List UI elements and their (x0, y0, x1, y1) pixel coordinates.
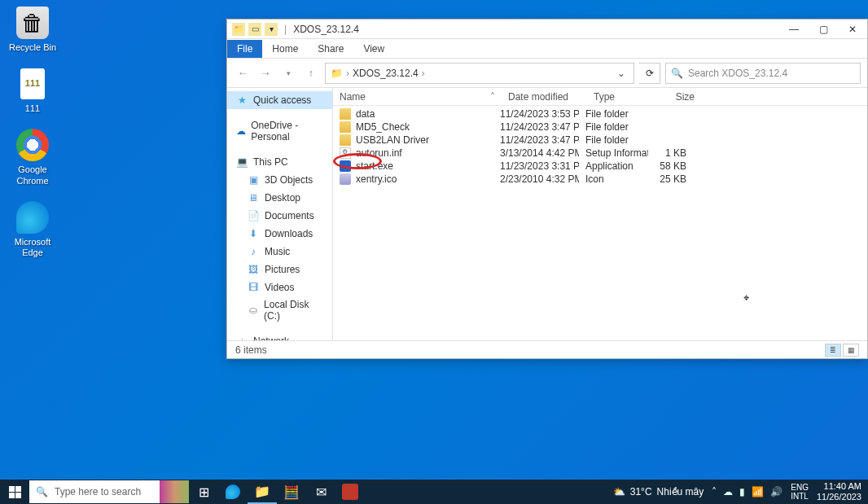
taskbar-mail[interactable]: ✉ (306, 480, 335, 504)
taskbar-store[interactable]: 🧮 (277, 480, 306, 504)
sidebar-quick-access[interactable]: ★Quick access (227, 91, 332, 109)
tab-home[interactable]: Home (262, 40, 308, 58)
start-button[interactable] (0, 480, 29, 504)
drive-icon: 📁 (331, 68, 343, 79)
file-row[interactable]: data11/24/2023 3:53 PMFile folder (333, 107, 867, 121)
view-large-button[interactable]: ▦ (843, 344, 859, 357)
file-row[interactable]: autorun.inf3/13/2014 4:42 PMSetup Inform… (333, 147, 867, 160)
sidebar-network[interactable]: ⏚Network (227, 332, 332, 340)
qat-dropdown-icon[interactable]: ▾ (265, 23, 278, 36)
status-text: 6 items (235, 344, 267, 356)
sidebar-pictures[interactable]: 🖼Pictures (227, 261, 332, 278)
col-type[interactable]: Type (587, 91, 656, 103)
taskbar-search[interactable]: 🔍 Type here to search (29, 480, 160, 503)
file-explorer-window: 📁 ▭ ▾ | XDOS_23.12.4 — ▢ ✕ File Home Sha… (226, 19, 868, 359)
folder-qat-icon[interactable]: 📁 (232, 23, 245, 36)
props-qat-icon[interactable]: ▭ (248, 23, 261, 36)
tray-battery-icon[interactable]: ▮ (739, 486, 745, 497)
minimize-button[interactable]: — (779, 20, 809, 39)
close-button[interactable]: ✕ (838, 20, 867, 39)
folder-icon (340, 121, 351, 133)
search-input[interactable]: 🔍 Search XDOS_23.12.4 (665, 63, 861, 84)
sidebar-desktop[interactable]: 🖥Desktop (227, 189, 332, 207)
taskbar-camtasia[interactable] (335, 480, 365, 504)
microsoft-edge-icon[interactable]: Microsoft Edge (7, 201, 59, 258)
forward-button[interactable]: → (256, 64, 274, 82)
view-details-button[interactable]: ≣ (825, 344, 841, 357)
tray-chevron-icon[interactable]: ˄ (712, 486, 717, 497)
tray-wifi-icon[interactable]: 📶 (752, 486, 764, 497)
recent-dropdown[interactable]: ▾ (279, 64, 297, 82)
col-name[interactable]: Name (333, 91, 484, 103)
sidebar-local-disk[interactable]: ⛀Local Disk (C:) (227, 296, 332, 324)
col-size[interactable]: Size (656, 91, 701, 103)
clock[interactable]: 11:40 AM 11/26/2023 (817, 481, 861, 502)
sidebar-this-pc[interactable]: 💻This PC (227, 153, 332, 171)
task-view-button[interactable]: ⊞ (189, 480, 218, 504)
back-button[interactable]: ← (234, 64, 252, 82)
weather-icon: ⛅ (613, 486, 625, 497)
sidebar-documents[interactable]: 📄Documents (227, 207, 332, 225)
tab-file[interactable]: File (227, 40, 262, 58)
ico-icon (340, 173, 351, 185)
file-rows: data11/24/2023 3:53 PMFile folderMD5_Che… (333, 106, 867, 187)
taskbar-edge[interactable] (218, 480, 248, 504)
desktop: 🗑 Recycle Bin 111 Google Chrome Microsof… (0, 0, 65, 279)
tab-view[interactable]: View (353, 40, 394, 58)
recycle-bin-icon[interactable]: 🗑 Recycle Bin (7, 7, 59, 53)
exe-icon (340, 160, 351, 172)
file-row[interactable]: start.exe11/23/2023 3:31 PMApplication58… (333, 160, 867, 173)
sidebar-onedrive[interactable]: ☁OneDrive - Personal (227, 117, 332, 145)
folder-icon (340, 134, 351, 146)
breadcrumb-dropdown[interactable]: ⌄ (614, 68, 629, 79)
refresh-button[interactable]: ⟳ (639, 63, 660, 84)
file-111-icon[interactable]: 111 (7, 68, 59, 114)
up-button[interactable]: ↑ (302, 64, 320, 82)
sidebar-3d-objects[interactable]: ▣3D Objects (227, 171, 332, 189)
file-list-pane: Name ˄ Date modified Type Size data11/24… (333, 88, 867, 340)
sidebar-music[interactable]: ♪Music (227, 243, 332, 261)
breadcrumb[interactable]: 📁 › XDOS_23.12.4 › ⌄ (325, 63, 634, 84)
taskbar-explorer[interactable]: 📁 (248, 480, 277, 504)
sidebar-downloads[interactable]: ⬇Downloads (227, 225, 332, 243)
weather-widget[interactable]: ⛅ 31°C Nhiều mây (613, 486, 704, 497)
inf-icon (340, 147, 351, 159)
sort-indicator: ˄ (484, 91, 502, 103)
search-icon: 🔍 (671, 68, 683, 79)
mouse-cursor: ⌖ (743, 291, 749, 305)
window-title: XDOS_23.12.4 (288, 24, 779, 35)
col-date[interactable]: Date modified (502, 91, 587, 103)
ribbon-tabs: File Home Share View (227, 39, 867, 59)
folder-icon (340, 108, 351, 120)
file-row[interactable]: MD5_Check11/24/2023 3:47 PMFile folder (333, 121, 867, 134)
tray-onedrive-icon[interactable]: ☁ (723, 486, 733, 497)
language-indicator[interactable]: ENG INTL (791, 483, 809, 501)
system-tray: ⛅ 31°C Nhiều mây ˄ ☁ ▮ 📶 🔊 ENG INTL 11:4… (607, 481, 868, 502)
tray-volume-icon[interactable]: 🔊 (770, 486, 783, 497)
file-row[interactable]: USB2LAN Driver11/24/2023 3:47 PMFile fol… (333, 134, 867, 147)
search-icon: 🔍 (36, 486, 48, 497)
tab-share[interactable]: Share (308, 40, 353, 58)
sidebar-videos[interactable]: 🎞Videos (227, 278, 332, 296)
google-chrome-icon[interactable]: Google Chrome (7, 129, 59, 186)
status-bar: 6 items ≣ ▦ (227, 340, 867, 358)
crumb-folder[interactable]: XDOS_23.12.4 (353, 68, 419, 79)
taskbar: 🔍 Type here to search ⊞ 📁 🧮 ✉ ⛅ 31°C Nhi… (0, 480, 868, 504)
painter-widget[interactable] (160, 480, 189, 504)
maximize-button[interactable]: ▢ (809, 20, 838, 39)
titlebar: 📁 ▭ ▾ | XDOS_23.12.4 — ▢ ✕ (227, 20, 867, 39)
file-row[interactable]: xentry.ico2/23/2010 4:32 PMIcon25 KB (333, 173, 867, 186)
address-bar-area: ← → ▾ ↑ 📁 › XDOS_23.12.4 › ⌄ ⟳ 🔍 Search … (227, 59, 867, 88)
column-headers: Name ˄ Date modified Type Size (333, 88, 867, 106)
nav-sidebar: ★Quick access ☁OneDrive - Personal 💻This… (227, 88, 333, 340)
